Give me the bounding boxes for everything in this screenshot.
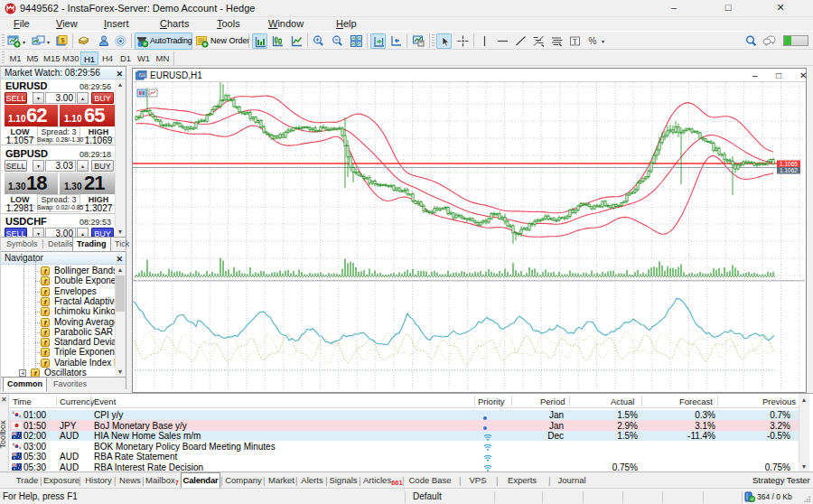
svg-text:$: $ [61, 36, 65, 44]
svg-text:1.1065: 1.1065 [780, 161, 798, 167]
svg-text:1.1062: 1.1062 [780, 167, 798, 173]
svg-text:T: T [573, 37, 577, 45]
svg-text:%: % [588, 36, 596, 46]
